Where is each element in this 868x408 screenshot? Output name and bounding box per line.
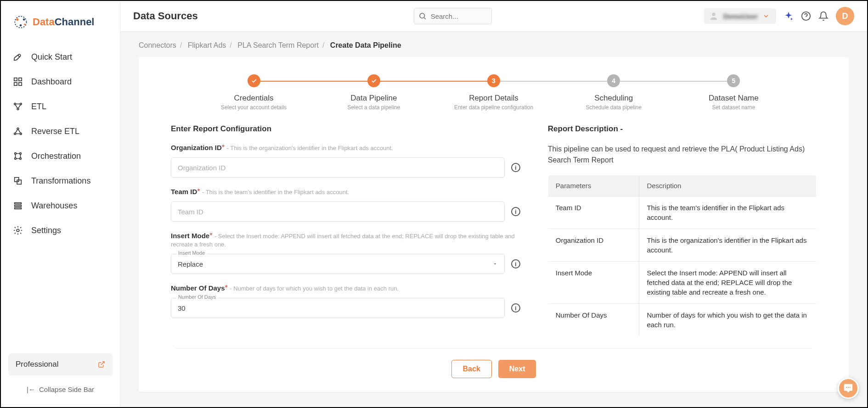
table-row: Number Of DaysNumber of days for which y… <box>548 304 816 336</box>
nav-label: Settings <box>31 226 61 235</box>
svg-point-11 <box>17 108 19 110</box>
step-title: Data Pipeline <box>314 94 434 103</box>
stack-icon <box>13 201 23 211</box>
check-icon <box>371 78 377 84</box>
sidebar-item-orchestration[interactable]: Orchestration <box>6 144 114 168</box>
back-button[interactable]: Back <box>451 360 492 378</box>
crumb-current: Create Data Pipeline <box>330 41 401 49</box>
sparkle-icon[interactable] <box>783 11 794 21</box>
breadcrumb: Connectors/ Flipkart Ads/ PLA Search Ter… <box>120 31 867 57</box>
svg-point-18 <box>20 158 22 160</box>
chat-button[interactable] <box>838 378 859 399</box>
gear-icon <box>13 225 23 235</box>
svg-rect-5 <box>14 78 17 81</box>
col-desc: Description <box>639 175 817 196</box>
svg-rect-21 <box>15 203 22 204</box>
svg-point-29 <box>848 387 849 388</box>
next-button[interactable]: Next <box>498 360 536 378</box>
sidebar-item-settings[interactable]: Settings <box>6 218 114 243</box>
svg-point-9 <box>14 103 16 105</box>
info-icon[interactable]: i <box>511 207 520 216</box>
svg-point-13 <box>20 133 22 135</box>
chevron-down-icon <box>762 12 770 20</box>
bell-icon[interactable] <box>818 11 829 21</box>
svg-point-1 <box>16 18 18 21</box>
svg-rect-8 <box>19 83 22 85</box>
sidebar-item-etl[interactable]: ETL <box>6 94 114 119</box>
svg-point-26 <box>712 13 715 16</box>
nav-label: Quick Start <box>31 52 72 62</box>
step-report-details[interactable]: 3 Report Details Enter data pipeline con… <box>434 74 553 111</box>
table-row: Organization IDThis is the organization'… <box>548 229 816 262</box>
form-right: Report Description - This pipeline can b… <box>548 124 817 336</box>
desc-heading: Report Description - <box>548 124 817 134</box>
nav-label: Orchestration <box>31 151 81 161</box>
step-dataset-name[interactable]: 5 Dataset Name Set dataset name <box>674 74 794 111</box>
layers-icon <box>13 176 23 186</box>
svg-point-3 <box>20 24 22 27</box>
reverse-flow-icon <box>13 126 23 136</box>
topbar: Data Sources DemoUser D <box>120 1 867 31</box>
info-icon[interactable]: i <box>511 303 520 313</box>
section-heading: Enter Report Configuration <box>171 124 520 134</box>
step-sub: Enter data pipeline configuration <box>434 104 553 111</box>
organization-id-input[interactable] <box>171 157 505 178</box>
info-icon[interactable]: i <box>511 259 520 268</box>
user-icon <box>709 11 719 21</box>
form-left: Enter Report Configuration Organization … <box>171 124 520 336</box>
field-hint: - Number of days for which you wish to g… <box>230 285 399 292</box>
logo-icon <box>12 14 29 30</box>
table-row: Insert ModeSelect the Insert mode: APPEN… <box>548 262 816 304</box>
svg-rect-23 <box>15 208 22 209</box>
float-label: Number Of Days <box>176 294 218 300</box>
svg-point-12 <box>14 133 16 135</box>
days-input[interactable] <box>171 298 505 318</box>
chat-icon <box>843 383 853 393</box>
info-icon[interactable]: i <box>511 163 520 172</box>
brand-text: DataChannel <box>33 16 94 28</box>
team-id-input[interactable] <box>171 201 505 222</box>
svg-point-15 <box>15 153 17 155</box>
step-credentials[interactable]: Credentials Select your account details <box>194 74 314 111</box>
sidebar-item-reverse-etl[interactable]: Reverse ETL <box>6 119 114 144</box>
step-pipeline[interactable]: Data Pipeline Select a data pipeline <box>314 74 434 111</box>
crumb-item[interactable]: PLA Search Term Report <box>237 41 319 49</box>
collapse-label: Collapse Side Bar <box>39 386 94 393</box>
field-number-of-days: Number Of Days* - Number of days for whi… <box>171 284 520 318</box>
field-hint: - Select the Insert mode: APPEND will in… <box>171 233 515 248</box>
step-scheduling[interactable]: 4 Scheduling Schedule data pipeline <box>554 74 674 111</box>
collapse-sidebar[interactable]: |← Collapse Side Bar <box>1 380 120 399</box>
sidebar-item-warehouses[interactable]: Warehouses <box>6 193 114 218</box>
svg-point-14 <box>17 128 19 130</box>
sidebar-item-dashboard[interactable]: Dashboard <box>6 69 114 94</box>
nav-label: Dashboard <box>31 77 72 87</box>
field-label: Team ID <box>171 188 197 196</box>
collapse-arrow-icon: |← <box>27 386 35 393</box>
sidebar-item-transformations[interactable]: Transformations <box>6 168 114 193</box>
field-hint: - This is the team's identifier in the F… <box>202 189 349 196</box>
sidebar-item-quickstart[interactable]: Quick Start <box>6 45 114 69</box>
brand-logo[interactable]: DataChannel <box>1 9 120 42</box>
nav: Quick Start Dashboard ETL Reverse ETL Or… <box>1 42 120 349</box>
crumb-item[interactable]: Connectors <box>139 41 176 49</box>
params-table: Parameters Description Team IDThis is th… <box>548 175 817 336</box>
search-icon <box>418 12 427 20</box>
plan-box[interactable]: Professional <box>8 353 113 375</box>
field-label: Number Of Days <box>171 284 225 292</box>
help-icon[interactable] <box>801 11 811 21</box>
nav-label: ETL <box>31 102 46 112</box>
crumb-item[interactable]: Flipkart Ads <box>188 41 226 49</box>
insert-mode-select[interactable]: Replace <box>171 254 505 274</box>
user-menu[interactable]: DemoUser <box>704 8 776 24</box>
step-sub: Set dataset name <box>674 104 794 111</box>
nav-label: Reverse ETL <box>31 127 79 136</box>
svg-rect-20 <box>17 180 21 184</box>
table-row: Team IDThis is the team's identifier in … <box>548 196 816 229</box>
plan-label: Professional <box>16 360 59 369</box>
svg-rect-19 <box>15 178 19 182</box>
col-param: Parameters <box>548 175 639 196</box>
desc-text: This pipeline can be used to request and… <box>548 144 817 166</box>
svg-rect-7 <box>14 83 17 85</box>
avatar[interactable]: D <box>836 7 854 25</box>
svg-point-25 <box>420 13 425 18</box>
